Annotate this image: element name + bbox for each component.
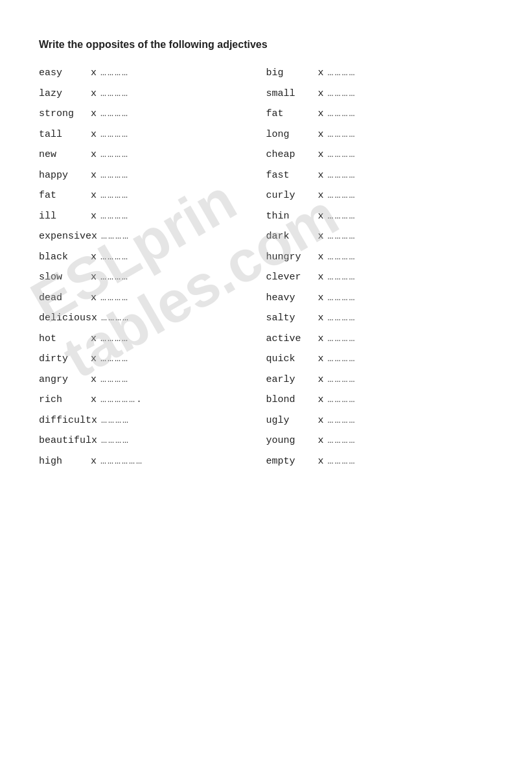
answer-dots[interactable]: ………… [328,189,356,204]
adjective-word: ugly [266,414,318,429]
answer-dots[interactable]: ………… [100,189,129,204]
x-marker: x [318,66,324,81]
list-item: long x ………… [266,128,494,143]
x-marker: x [318,270,324,285]
answer-dots[interactable]: ………… [328,148,356,163]
list-item: difficult x ………… [39,414,266,429]
answer-dots[interactable]: ………… [328,393,356,408]
adjective-word: active [266,332,318,347]
adjective-word: heavy [266,291,318,306]
list-item: dark x ………… [266,230,494,244]
answer-dots[interactable]: ………… [100,373,129,388]
answer-dots[interactable]: ………… [328,270,356,285]
x-marker: x [318,189,324,204]
list-item: fat x ………… [266,107,494,122]
list-item: empty x ………… [266,455,494,469]
answer-dots[interactable]: ………… [328,455,356,469]
adjective-word: tall [39,128,91,143]
list-item: ugly x ………… [266,414,494,429]
list-item: fat x ………… [39,189,266,204]
list-item: thin x ………… [266,209,494,224]
x-marker: x [91,373,97,388]
answer-dots[interactable]: ………… [328,352,356,367]
adjective-word: cheap [266,148,318,163]
adjective-word: expensive [39,230,91,244]
list-item: tall x ………… [39,128,266,143]
answer-dots[interactable]: ………… [100,352,129,367]
list-item: happy x ………… [39,169,266,184]
adjective-word: small [266,87,318,102]
adjective-word: curly [266,189,318,204]
answer-dots[interactable]: ………… [100,128,129,143]
answer-dots[interactable]: ………… [101,414,130,429]
x-marker: x [91,352,97,367]
adjective-word: strong [39,107,91,122]
answer-dots[interactable]: ………… [100,250,129,265]
answer-dots[interactable]: ………… [328,414,356,429]
answer-dots[interactable]: ………… [328,87,356,102]
adjective-word: dirty [39,352,91,367]
list-item: fast x ………… [266,169,494,184]
left-column: easy x …………lazy x …………strong x …………tall … [39,66,266,475]
x-marker: x [318,209,324,224]
answer-dots[interactable]: ………… [101,311,130,326]
answer-dots[interactable]: ………… [328,250,356,265]
answer-dots[interactable]: ……………. [100,393,143,408]
x-marker: x [318,373,324,388]
answer-dots[interactable]: ………… [328,169,356,184]
x-marker: x [91,189,97,204]
answer-dots[interactable]: ………… [100,209,129,224]
right-column: big x …………small x …………fat x …………long x …… [266,66,494,475]
answer-dots[interactable]: ……………… [100,455,143,469]
list-item: expensive x ………… [39,230,266,244]
answer-dots[interactable]: ………… [101,230,130,244]
answer-dots[interactable]: ………… [328,332,356,347]
adjective-word: new [39,148,91,163]
answer-dots[interactable]: ………… [100,107,129,122]
answer-dots[interactable]: ………… [328,291,356,306]
x-marker: x [318,311,324,326]
x-marker: x [318,148,324,163]
adjective-word: ill [39,209,91,224]
answer-dots[interactable]: ………… [100,332,129,347]
answer-dots[interactable]: ………… [328,66,356,81]
list-item: curly x ………… [266,189,494,204]
answer-dots[interactable]: ………… [328,373,356,388]
adjective-word: thin [266,209,318,224]
answer-dots[interactable]: ………… [101,434,130,449]
answer-dots[interactable]: ………… [100,87,129,102]
adjective-word: delicious [39,311,91,326]
adjective-word: clever [266,270,318,285]
list-item: young x ………… [266,434,494,449]
answer-dots[interactable]: ………… [100,291,129,306]
x-marker: x [91,169,97,184]
list-item: high x ……………… [39,455,266,469]
adjective-word: fat [266,107,318,122]
adjective-word: fast [266,169,318,184]
x-marker: x [318,414,324,429]
list-item: black x ………… [39,250,266,265]
adjective-word: lazy [39,87,91,102]
adjective-word: happy [39,169,91,184]
answer-dots[interactable]: ………… [100,169,129,184]
answer-dots[interactable]: ………… [328,311,356,326]
answer-dots[interactable]: ………… [328,434,356,449]
x-marker: x [318,87,324,102]
answer-dots[interactable]: ………… [100,270,129,285]
answer-dots[interactable]: ………… [328,128,356,143]
x-marker: x [91,291,97,306]
answer-dots[interactable]: ………… [100,148,129,163]
list-item: rich x ……………. [39,393,266,408]
answer-dots[interactable]: ………… [100,66,129,81]
list-item: slow x ………… [39,270,266,285]
answer-dots[interactable]: ………… [328,209,356,224]
list-item: quick x ………… [266,352,494,367]
x-marker: x [318,230,324,244]
x-marker: x [318,169,324,184]
x-marker: x [318,332,324,347]
answer-dots[interactable]: ………… [328,107,356,122]
answer-dots[interactable]: ………… [328,230,356,244]
list-item: new x ………… [39,148,266,163]
x-marker: x [318,393,324,408]
x-marker: x [91,434,97,449]
